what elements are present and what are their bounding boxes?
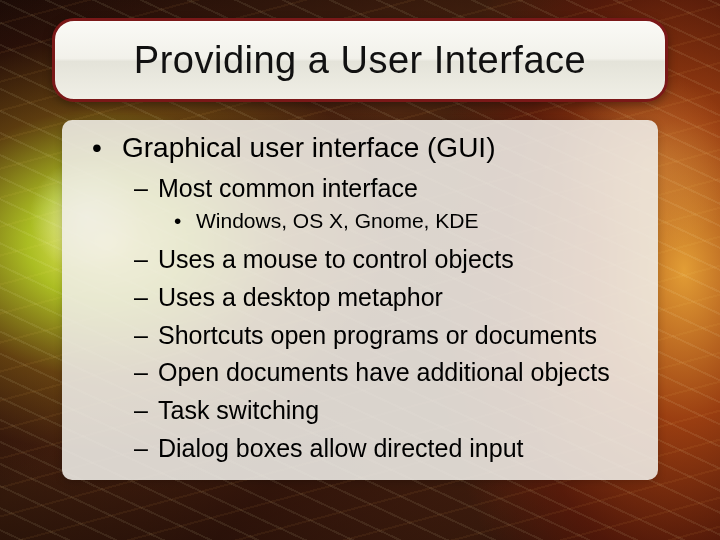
bullet-level2: – Uses a mouse to control objects xyxy=(134,243,652,277)
slide-title: Providing a User Interface xyxy=(134,39,586,82)
bullet-list: – Uses a mouse to control objects – Uses… xyxy=(92,243,652,466)
bullet-level2: – Dialog boxes allow directed input xyxy=(134,432,652,466)
bullet-marker: • xyxy=(92,132,122,164)
bullet-text: Most common interface xyxy=(158,174,418,203)
bullet-marker: • xyxy=(174,209,196,233)
bullet-level2: – Uses a desktop metaphor xyxy=(134,281,652,315)
bullet-level3: • Windows, OS X, Gnome, KDE xyxy=(174,209,652,233)
bullet-level2: – Open documents have additional objects xyxy=(134,356,652,390)
dash-marker: – xyxy=(134,319,158,353)
dash-marker: – xyxy=(134,432,158,466)
dash-marker: – xyxy=(134,394,158,428)
bullet-text: Task switching xyxy=(158,394,319,428)
title-bar: Providing a User Interface xyxy=(52,18,668,102)
bullet-text: Graphical user interface (GUI) xyxy=(122,132,495,164)
bullet-level1: • Graphical user interface (GUI) xyxy=(92,132,652,164)
bullet-text: Uses a desktop metaphor xyxy=(158,281,443,315)
bullet-level2: – Task switching xyxy=(134,394,652,428)
dash-marker: – xyxy=(134,243,158,277)
slide-body: • Graphical user interface (GUI) – Most … xyxy=(92,132,652,470)
bullet-text: Uses a mouse to control objects xyxy=(158,243,514,277)
dash-marker: – xyxy=(134,356,158,390)
dash-marker: – xyxy=(134,174,158,203)
bullet-level2: – Most common interface xyxy=(134,174,652,203)
bullet-text: Open documents have additional objects xyxy=(158,356,610,390)
bullet-level2: – Shortcuts open programs or documents xyxy=(134,319,652,353)
bullet-text: Shortcuts open programs or documents xyxy=(158,319,597,353)
dash-marker: – xyxy=(134,281,158,315)
bullet-text: Windows, OS X, Gnome, KDE xyxy=(196,209,478,233)
bullet-text: Dialog boxes allow directed input xyxy=(158,432,524,466)
